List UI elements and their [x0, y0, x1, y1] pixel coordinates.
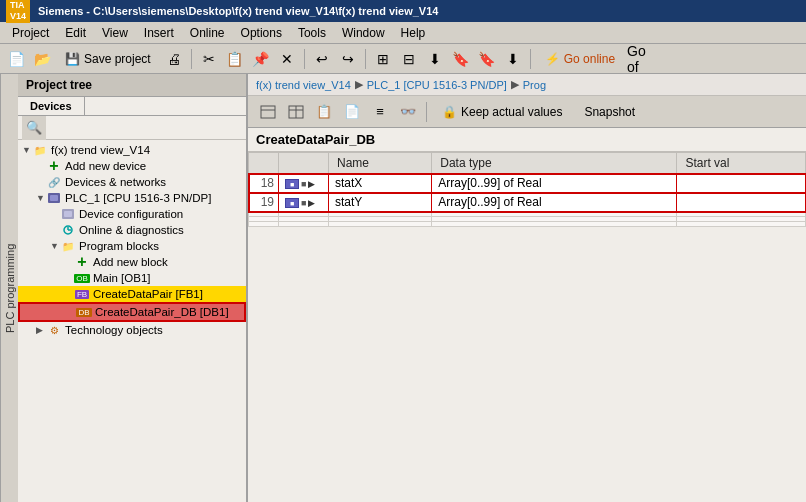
col-datatype: Data type: [432, 153, 677, 174]
cut-btn[interactable]: ✂: [197, 47, 221, 71]
breadcrumb-part2[interactable]: PLC_1 [CPU 1516-3 PN/DP]: [367, 79, 507, 91]
root-folder-icon: 📁: [32, 143, 48, 157]
row-name-4[interactable]: [329, 222, 432, 227]
paste-btn[interactable]: 📌: [249, 47, 273, 71]
btn2[interactable]: ⊟: [397, 47, 421, 71]
add-device-icon: +: [46, 159, 62, 173]
main-ob1-icon: OB: [74, 271, 90, 285]
col-name: Name: [329, 153, 432, 174]
btn3[interactable]: ⬇: [423, 47, 447, 71]
title-bar: TIA V14 Siemens - C:\Users\siemens\Deskt…: [0, 0, 806, 22]
root-label: f(x) trend view_V14: [51, 144, 150, 156]
db-editor-title: CreateDataPair_DB: [248, 128, 806, 152]
keep-actual-values-btn[interactable]: 🔒 Keep actual values: [433, 102, 571, 122]
col-startval: Start val: [677, 153, 806, 174]
tia-logo: TIA V14: [6, 0, 30, 23]
btn4[interactable]: 🔖: [449, 47, 473, 71]
device-config-label: Device configuration: [79, 208, 183, 220]
ct-btn4[interactable]: 📄: [340, 100, 364, 124]
tree-item-program-blocks[interactable]: ▼ 📁 Program blocks: [18, 238, 246, 254]
tree-item-online-diag[interactable]: Online & diagnostics: [18, 222, 246, 238]
keep-actual-icon: 🔒: [442, 105, 457, 119]
snapshot-label: Snapshot: [584, 105, 635, 119]
go-online-label: Go online: [564, 52, 615, 66]
main-layout: PLC programming Project tree Devices 🔍 ▼…: [0, 74, 806, 502]
ct-btn-glasses[interactable]: 👓: [396, 100, 420, 124]
redo-btn[interactable]: ↪: [336, 47, 360, 71]
btn1[interactable]: ⊞: [371, 47, 395, 71]
copy-btn[interactable]: 📋: [223, 47, 247, 71]
btn5[interactable]: 🔖: [475, 47, 499, 71]
keep-actual-label: Keep actual values: [461, 105, 562, 119]
row-icon-4: [279, 222, 329, 227]
fb1-icon: FB: [74, 287, 90, 301]
tree-item-add-block[interactable]: + Add new block: [18, 254, 246, 270]
svg-rect-3: [64, 211, 72, 217]
row-startval-1[interactable]: [677, 193, 806, 212]
breadcrumb-part3[interactable]: Prog: [523, 79, 546, 91]
program-blocks-arrow: ▼: [50, 241, 60, 251]
tree-tab-devices[interactable]: Devices: [18, 97, 85, 115]
content-toolbar: 📋 📄 ≡ 👓 🔒 Keep actual values Snapshot: [248, 96, 806, 128]
tree-item-device-config[interactable]: Device configuration: [18, 206, 246, 222]
ct-btn3[interactable]: 📋: [312, 100, 336, 124]
go-online-btn[interactable]: ⚡ Go online: [536, 49, 624, 69]
tech-arrow: ▶: [36, 325, 46, 335]
breadcrumb-part1[interactable]: f(x) trend view_V14: [256, 79, 351, 91]
menu-online[interactable]: Online: [182, 24, 233, 42]
save-icon: 💾: [65, 52, 80, 66]
menu-view[interactable]: View: [94, 24, 136, 42]
tree-item-db1[interactable]: DB CreateDataPair_DB [DB1]: [18, 302, 246, 322]
open-btn[interactable]: 📂: [30, 47, 54, 71]
tree-item-add-device[interactable]: + Add new device: [18, 158, 246, 174]
menu-insert[interactable]: Insert: [136, 24, 182, 42]
devices-net-label: Devices & networks: [65, 176, 166, 188]
menu-project[interactable]: Project: [4, 24, 57, 42]
ct-btn1[interactable]: [256, 100, 280, 124]
tech-label: Technology objects: [65, 324, 163, 336]
sep2: [304, 49, 305, 69]
btn6[interactable]: ⬇: [501, 47, 525, 71]
svg-rect-1: [50, 195, 58, 201]
go-offline-btn[interactable]: Go of: [626, 47, 650, 71]
menu-tools[interactable]: Tools: [290, 24, 334, 42]
tree-item-devices-networks[interactable]: 🔗 Devices & networks: [18, 174, 246, 190]
save-project-btn[interactable]: 💾 Save project: [56, 49, 160, 69]
row-name-0[interactable]: statX: [329, 174, 432, 193]
row-startval-0[interactable]: [677, 174, 806, 193]
menu-edit[interactable]: Edit: [57, 24, 94, 42]
sep4: [530, 49, 531, 69]
print-btn[interactable]: 🖨: [162, 47, 186, 71]
tree-item-main-ob1[interactable]: OB Main [OB1]: [18, 270, 246, 286]
row-name-1[interactable]: statY: [329, 193, 432, 212]
sep1: [191, 49, 192, 69]
ct-btn5[interactable]: ≡: [368, 100, 392, 124]
undo-btn[interactable]: ↩: [310, 47, 334, 71]
delete-btn[interactable]: ✕: [275, 47, 299, 71]
project-tree: Project tree Devices 🔍 ▼ 📁 f(x) trend vi…: [18, 74, 248, 502]
breadcrumb-sep1: ▶: [355, 78, 363, 91]
ct-btn2[interactable]: [284, 100, 308, 124]
row-num-1: 19: [249, 193, 279, 212]
menu-options[interactable]: Options: [233, 24, 290, 42]
menu-bar: Project Edit View Insert Online Options …: [0, 22, 806, 44]
tree-item-plc1[interactable]: ▼ PLC_1 [CPU 1516-3 PN/DP]: [18, 190, 246, 206]
online-diag-icon: [60, 223, 76, 237]
plc-programming-tab[interactable]: PLC programming: [0, 74, 18, 502]
snapshot-btn[interactable]: Snapshot: [575, 102, 644, 122]
title-text: Siemens - C:\Users\siemens\Desktop\f(x) …: [38, 5, 438, 17]
root-arrow: ▼: [22, 145, 32, 155]
row-datatype-0: Array[0..99] of Real: [432, 174, 677, 193]
tree-item-root[interactable]: ▼ 📁 f(x) trend view_V14: [18, 142, 246, 158]
new-btn[interactable]: 📄: [4, 47, 28, 71]
save-label: Save project: [84, 52, 151, 66]
db-table: Name Data type Start val 18 ■ ■ ▶ statXA…: [248, 152, 806, 502]
row-datatype-4: [432, 222, 677, 227]
add-block-icon: +: [74, 255, 90, 269]
tree-item-tech[interactable]: ▶ ⚙ Technology objects: [18, 322, 246, 338]
menu-window[interactable]: Window: [334, 24, 393, 42]
tree-search-btn[interactable]: 🔍: [22, 116, 46, 140]
row-startval-4[interactable]: [677, 222, 806, 227]
tree-item-fb1[interactable]: FB CreateDataPair [FB1]: [18, 286, 246, 302]
menu-help[interactable]: Help: [393, 24, 434, 42]
